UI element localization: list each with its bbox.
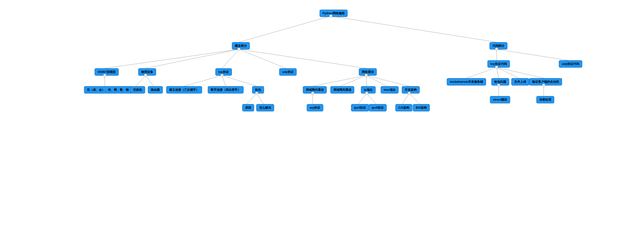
collapse-icon[interactable] [311,92,314,95]
svg-line-3 [146,49,239,68]
svg-line-29 [496,67,519,78]
tree-node-udp[interactable]: udp协议 [279,68,297,76]
svg-line-18 [366,75,387,86]
tree-node-tcp-code[interactable]: tcp协议代码 [488,60,510,68]
tree-node-verify-client[interactable]: 验证客户端的合法性 [529,78,562,86]
tree-node-file-upload[interactable]: 文件上传 [511,78,529,86]
tree-node-cs[interactable]: C/S架构 [395,104,412,111]
tree-node-mac[interactable]: mac地址 [381,86,398,94]
svg-line-11 [222,75,226,86]
svg-line-24 [409,93,420,104]
collapse-icon[interactable] [364,74,368,77]
tree-node-arp[interactable]: arp协议 [307,104,323,111]
collapse-icon[interactable] [238,48,240,51]
svg-line-14 [257,93,264,104]
svg-line-0 [239,16,331,42]
svg-line-9 [146,75,154,86]
tree-node-ipv6[interactable]: ipv6协议 [369,104,387,111]
tree-node-ss-server[interactable]: socketserver并发服务端 [447,78,486,86]
tree-node-tcp[interactable]: tcp协议 [215,68,232,76]
collapse-icon[interactable] [144,74,147,77]
svg-line-27 [466,67,496,78]
svg-line-19 [366,75,409,86]
tree-node-sticky-pkg[interactable]: 粘包问题 [491,78,509,86]
collapse-icon[interactable] [329,14,332,18]
collapse-icon[interactable] [495,66,498,69]
collapse-icon[interactable] [542,84,545,87]
svg-line-8 [136,75,146,86]
tree-node-tcp-disconnect[interactable]: 断开连接（四次挥手） [208,86,244,94]
svg-line-16 [340,75,366,86]
svg-line-21 [358,93,367,104]
tree-node-ipv4[interactable]: ipv4协议 [351,104,369,111]
collapse-icon[interactable] [103,74,106,77]
svg-line-26 [496,49,568,60]
svg-line-28 [496,67,499,78]
collapse-icon[interactable] [255,92,258,95]
tree-node-device[interactable]: 物理设备 [138,68,156,76]
svg-line-4 [222,49,239,68]
tree-node-bs[interactable]: B/S架构 [413,104,430,111]
svg-line-12 [222,75,257,86]
tree-node-arch[interactable]: 开发架构 [402,86,420,94]
tree-node-sticky-solve[interactable]: 怎么解决 [256,104,274,111]
collapse-icon[interactable] [495,48,498,51]
tree-node-osi-layers[interactable]: 应（表、会）、传、网、数、物 [84,86,132,94]
tree-node-osi[interactable]: OSI5/7层模型 [94,68,119,76]
tree-node-lan-in[interactable]: 局域网内通信 [303,86,327,94]
svg-line-23 [402,93,409,104]
svg-line-6 [239,49,366,68]
tree-node-concept[interactable]: 概念部分 [232,42,250,49]
svg-line-30 [496,67,544,78]
tree-node-code[interactable]: 代码部分 [490,42,508,49]
svg-line-13 [247,93,257,104]
tree-node-root[interactable]: Python网络编程 [320,10,348,17]
tree-node-sticky-reason[interactable]: 原因 [242,104,254,111]
tree-node-lan-out[interactable]: 局域网间通信 [330,86,354,94]
tree-node-udp-code[interactable]: udp协议代码 [559,60,582,68]
svg-line-22 [367,93,376,104]
tree-node-encrypt[interactable]: 加密处理 [536,96,554,103]
collapse-icon[interactable] [497,84,500,87]
collapse-icon[interactable] [220,74,224,77]
svg-line-17 [366,75,367,86]
svg-line-10 [184,75,222,86]
tree-node-switch[interactable]: 交换机 [130,86,145,94]
tree-node-tcp-connect[interactable]: 建立连接（三次握手） [166,86,202,94]
collapse-icon[interactable] [365,92,368,95]
tree-node-router[interactable]: 路由器 [148,86,163,94]
collapse-icon[interactable] [408,92,411,95]
tree-node-netcom[interactable]: 网络通信 [359,68,377,76]
svg-line-15 [313,75,366,86]
tree-node-ipaddr[interactable]: ip地址 [361,86,376,94]
svg-line-1 [331,16,496,42]
svg-line-5 [239,49,286,68]
svg-line-2 [105,49,239,68]
tree-node-struct[interactable]: struct模块 [490,96,510,103]
